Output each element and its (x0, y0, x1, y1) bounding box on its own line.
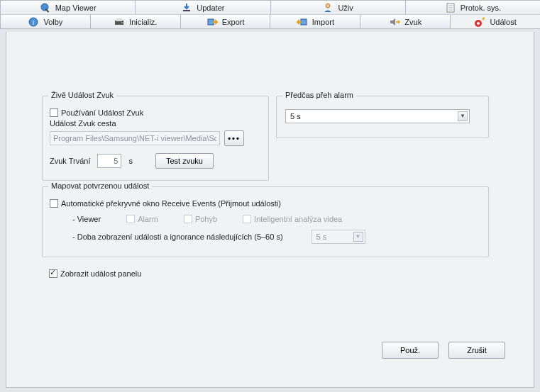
cancel-button[interactable]: Zrušit (448, 342, 505, 359)
auto-popup-label: Automatické překryvné okno Receive Event… (61, 199, 281, 208)
viewer-row-label: - Viewer (72, 215, 101, 223)
printer-icon (114, 16, 125, 28)
tab-label: Inicializ. (129, 18, 157, 26)
download-icon (181, 2, 192, 13)
sound-duration-field[interactable] (97, 154, 121, 168)
show-event-panel-checkbox[interactable] (49, 269, 57, 278)
sound-path-field[interactable] (50, 131, 220, 145)
iv-label: Inteligentní analýza videa (254, 215, 342, 223)
tab-bar: Map Viewer Updater Uživ Protok. sys. i V… (0, 0, 540, 29)
alarm-label: Alarm (138, 215, 158, 223)
export-icon (206, 16, 218, 28)
tab-label: Zvuk (404, 18, 421, 26)
tab-label: Import (312, 18, 334, 26)
tab-label: Událost (490, 18, 516, 26)
chevron-down-icon: ▼ (458, 111, 468, 121)
pre-alarm-group: Předčas přeh alarm 5 s ▼ (276, 96, 489, 138)
alarm-checkbox (126, 215, 135, 223)
user-icon (322, 2, 334, 13)
svg-rect-2 (183, 10, 190, 11)
group-legend: Předčas přeh alarm (282, 91, 356, 99)
sound-duration-label: Zvuk Trvání (50, 157, 90, 165)
iv-checkbox (243, 215, 251, 223)
motion-label: Pohyb (195, 215, 217, 223)
show-event-panel-label: Zobrazit událost panelu (60, 269, 141, 278)
svg-rect-11 (116, 18, 122, 21)
map-confirmed-event-group: Mapovat potvrzenou událost Automatické p… (42, 186, 489, 257)
svg-rect-14 (301, 19, 307, 25)
use-event-sound-checkbox[interactable] (50, 108, 58, 117)
sound-path-label: Událost Zvuk cesta (50, 119, 116, 128)
tab-label: Protok. sys. (461, 4, 501, 12)
auto-popup-checkbox[interactable] (50, 199, 58, 208)
note-icon (445, 2, 456, 13)
test-sound-button[interactable]: Test zvuku (155, 153, 214, 169)
select-value: 5 s (316, 233, 327, 241)
tab-initialize[interactable]: Inicializ. (90, 14, 181, 28)
tab-event[interactable]: Událost (450, 14, 540, 28)
chevron-down-icon: ▼ (353, 232, 363, 242)
tab-label: Updater (197, 4, 224, 12)
tab-sound[interactable]: Zvuk (360, 14, 451, 28)
svg-rect-13 (208, 19, 214, 25)
event-settings-panel: Živě Událost Zvuk Používání Událost Zvuk… (6, 32, 534, 388)
motion-checkbox (184, 215, 192, 223)
speaker-arrow-icon (389, 16, 400, 28)
alarm-bell-icon (474, 16, 485, 28)
tab-user[interactable]: Uživ (270, 0, 406, 14)
info-globe-icon: i (28, 16, 39, 28)
tab-map-viewer[interactable]: Map Viewer (0, 0, 136, 14)
tab-export[interactable]: Export (180, 14, 271, 28)
browse-button[interactable]: ••• (224, 130, 244, 146)
group-legend: Živě Událost Zvuk (48, 91, 116, 99)
tab-label: Volby (43, 18, 62, 26)
tab-import[interactable]: Import (270, 14, 360, 28)
duration-unit-label: s (128, 157, 133, 165)
svg-point-16 (477, 22, 480, 25)
display-ignore-select: 5 s ▼ (312, 230, 365, 244)
live-event-sound-group: Živě Událost Zvuk Používání Událost Zvuk… (42, 96, 269, 181)
apply-button[interactable]: Použ. (382, 342, 439, 359)
select-value: 5 s (290, 112, 301, 121)
tab-label: Uživ (338, 4, 353, 12)
globe-magnifier-icon (40, 2, 51, 13)
import-icon (297, 16, 308, 28)
tab-label: Export (222, 18, 245, 26)
svg-point-12 (121, 22, 123, 23)
use-event-sound-label: Používání Událost Zvuk (61, 108, 143, 117)
tab-system-log[interactable]: Protok. sys. (405, 0, 540, 14)
tab-label: Map Viewer (55, 4, 97, 12)
pre-alarm-select[interactable]: 5 s ▼ (285, 109, 470, 123)
svg-text:i: i (33, 19, 34, 26)
display-ignore-label: - Doba zobrazení události a ignorance ná… (72, 233, 283, 241)
tab-updater[interactable]: Updater (135, 0, 270, 14)
group-legend: Mapovat potvrzenou událost (48, 181, 152, 190)
tab-options[interactable]: i Volby (0, 14, 91, 28)
svg-point-3 (326, 4, 330, 8)
